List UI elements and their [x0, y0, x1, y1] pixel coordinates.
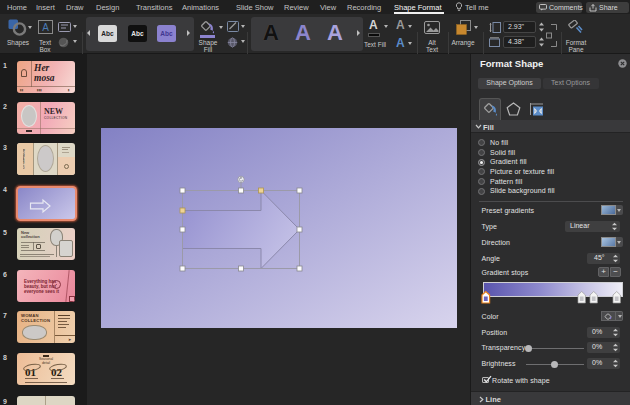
svg-text:A: A [42, 22, 49, 33]
